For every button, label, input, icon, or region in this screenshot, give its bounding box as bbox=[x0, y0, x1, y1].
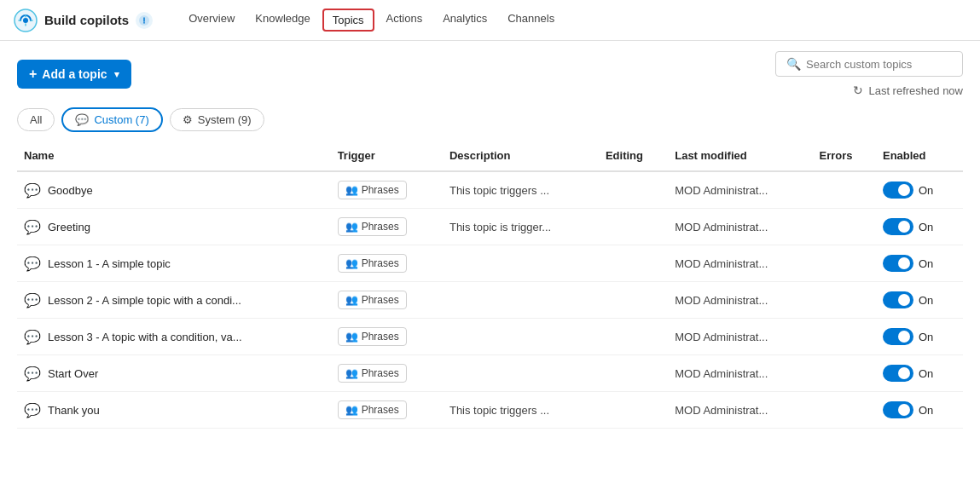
col-header-enabled: Enabled bbox=[876, 141, 963, 171]
table-row[interactable]: 💬 Lesson 3 - A topic with a condition, v… bbox=[17, 319, 963, 355]
filter-tabs: All 💬 Custom (7) ⚙ System (9) bbox=[0, 107, 980, 141]
topics-table: Name Trigger Description Editing Last mo… bbox=[17, 141, 963, 429]
toggle-0[interactable] bbox=[883, 182, 913, 199]
cell-name-1: 💬 Greeting bbox=[17, 209, 331, 245]
nav-link-knowledge[interactable]: Knowledge bbox=[246, 9, 318, 32]
cell-errors-5 bbox=[813, 355, 876, 392]
cell-name-6: 💬 Thank you bbox=[17, 392, 331, 429]
logo-icon bbox=[14, 9, 38, 32]
nav-link-topics[interactable]: Topics bbox=[322, 9, 374, 32]
toggle-5[interactable] bbox=[883, 365, 913, 382]
filter-tab-system[interactable]: ⚙ System (9) bbox=[170, 108, 264, 131]
filter-all-label: All bbox=[30, 113, 42, 126]
nav-link-actions[interactable]: Actions bbox=[378, 9, 432, 32]
toggle-6[interactable] bbox=[883, 401, 913, 418]
cell-errors-0 bbox=[813, 171, 876, 209]
cell-editing-3 bbox=[599, 282, 668, 319]
trigger-icon: 👥 bbox=[345, 257, 358, 269]
trigger-badge: 👥 Phrases bbox=[338, 327, 407, 346]
trigger-badge: 👥 Phrases bbox=[338, 181, 407, 199]
trigger-badge: 👥 Phrases bbox=[338, 364, 407, 383]
nav-logo: Build copilots bbox=[14, 9, 153, 32]
description-text: This topic triggers ... bbox=[449, 184, 549, 197]
cell-trigger-5: 👥 Phrases bbox=[331, 355, 443, 392]
table-row[interactable]: 💬 Lesson 1 - A simple topic 👥 Phrases MO… bbox=[17, 245, 963, 282]
cell-trigger-3: 👥 Phrases bbox=[331, 282, 443, 319]
modified-text: MOD Administrat... bbox=[675, 294, 768, 307]
cell-name-5: 💬 Start Over bbox=[17, 355, 331, 392]
trigger-badge: 👥 Phrases bbox=[338, 400, 407, 419]
toggle-state-label: On bbox=[919, 257, 933, 270]
toggle-3[interactable] bbox=[883, 291, 913, 308]
description-text: This topic triggers ... bbox=[449, 404, 549, 417]
cell-modified-2: MOD Administrat... bbox=[668, 245, 812, 282]
topic-icon: 💬 bbox=[24, 366, 41, 382]
cell-errors-4 bbox=[813, 319, 876, 355]
cell-modified-1: MOD Administrat... bbox=[668, 209, 812, 245]
cell-trigger-0: 👥 Phrases bbox=[331, 171, 443, 209]
app-badge bbox=[136, 12, 153, 29]
nav-link-overview[interactable]: Overview bbox=[180, 9, 243, 32]
cell-enabled-3: On bbox=[876, 282, 963, 319]
table-row[interactable]: 💬 Start Over 👥 Phrases MOD Administrat..… bbox=[17, 355, 963, 392]
modified-text: MOD Administrat... bbox=[675, 257, 768, 270]
cell-description-4 bbox=[443, 319, 599, 355]
trigger-badge: 👥 Phrases bbox=[338, 291, 407, 309]
cell-enabled-1: On bbox=[876, 209, 963, 245]
cell-editing-0 bbox=[599, 171, 668, 209]
col-header-editing: Editing bbox=[599, 141, 668, 171]
table-row[interactable]: 💬 Greeting 👥 Phrases This topic is trigg… bbox=[17, 209, 963, 245]
table-row[interactable]: 💬 Lesson 2 - A simple topic with a condi… bbox=[17, 282, 963, 319]
cell-modified-3: MOD Administrat... bbox=[668, 282, 812, 319]
toolbar: + Add a topic ▾ 🔍 ↻ Last refreshed now bbox=[0, 41, 980, 107]
plus-icon: + bbox=[29, 66, 37, 82]
search-box[interactable]: 🔍 bbox=[775, 51, 963, 77]
trigger-icon: 👥 bbox=[345, 331, 358, 343]
search-icon: 🔍 bbox=[786, 57, 801, 71]
cell-editing-5 bbox=[599, 355, 668, 392]
toggle-slider bbox=[883, 328, 913, 345]
modified-text: MOD Administrat... bbox=[675, 404, 768, 417]
col-header-errors: Errors bbox=[813, 141, 876, 171]
table-row[interactable]: 💬 Thank you 👥 Phrases This topic trigger… bbox=[17, 392, 963, 429]
search-input[interactable] bbox=[806, 58, 952, 71]
filter-custom-label: Custom (7) bbox=[94, 113, 148, 126]
table-row[interactable]: 💬 Goodbye 👥 Phrases This topic triggers … bbox=[17, 171, 963, 209]
topic-name: Greeting bbox=[48, 221, 90, 233]
nav-link-analytics[interactable]: Analytics bbox=[434, 9, 496, 32]
trigger-badge: 👥 Phrases bbox=[338, 217, 407, 236]
nav-link-channels[interactable]: Channels bbox=[499, 9, 563, 32]
cell-name-3: 💬 Lesson 2 - A simple topic with a condi… bbox=[17, 282, 331, 319]
filter-tab-all[interactable]: All bbox=[17, 108, 55, 131]
refresh-area: ↻ Last refreshed now bbox=[853, 84, 963, 97]
modified-text: MOD Administrat... bbox=[675, 331, 768, 343]
cell-modified-6: MOD Administrat... bbox=[668, 392, 812, 429]
col-header-name: Name bbox=[17, 141, 331, 171]
cell-trigger-4: 👥 Phrases bbox=[331, 319, 443, 355]
toggle-slider bbox=[883, 291, 913, 308]
toggle-state-label: On bbox=[919, 331, 933, 343]
cell-trigger-1: 👥 Phrases bbox=[331, 209, 443, 245]
add-topic-label: Add a topic bbox=[42, 67, 107, 81]
refresh-icon[interactable]: ↻ bbox=[853, 84, 863, 97]
main-nav: Overview Knowledge Topics Actions Analyt… bbox=[180, 9, 563, 32]
toggle-4[interactable] bbox=[883, 328, 913, 345]
cell-editing-2 bbox=[599, 245, 668, 282]
cell-editing-4 bbox=[599, 319, 668, 355]
trigger-label: Phrases bbox=[362, 257, 399, 269]
chevron-down-icon: ▾ bbox=[114, 69, 119, 80]
cell-name-2: 💬 Lesson 1 - A simple topic bbox=[17, 245, 331, 282]
cell-description-1: This topic is trigger... bbox=[443, 209, 599, 245]
topic-name: Lesson 2 - A simple topic with a condi..… bbox=[48, 294, 241, 307]
col-header-description: Description bbox=[443, 141, 599, 171]
toggle-2[interactable] bbox=[883, 255, 913, 272]
add-topic-button[interactable]: + Add a topic ▾ bbox=[17, 60, 131, 89]
cell-description-0: This topic triggers ... bbox=[443, 171, 599, 209]
trigger-label: Phrases bbox=[362, 331, 399, 343]
topic-icon: 💬 bbox=[24, 219, 41, 235]
app-title: Build copilots bbox=[44, 13, 129, 27]
trigger-icon: 👥 bbox=[345, 367, 358, 379]
toggle-1[interactable] bbox=[883, 218, 913, 235]
toggle-state-label: On bbox=[919, 294, 933, 307]
filter-tab-custom[interactable]: 💬 Custom (7) bbox=[61, 107, 162, 132]
